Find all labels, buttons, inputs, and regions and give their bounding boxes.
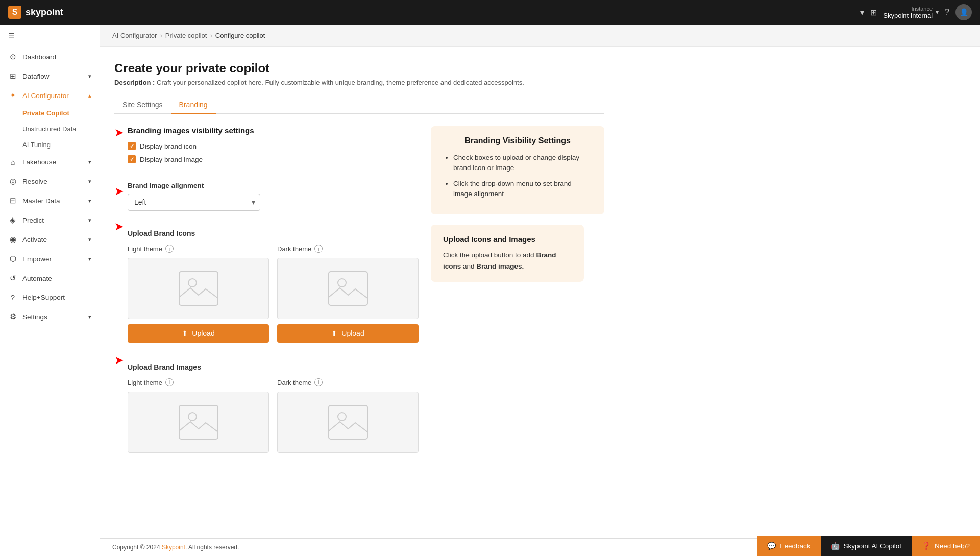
copilot-icon: 🤖 [831, 542, 840, 550]
sidebar-item-label: Empower [22, 255, 52, 263]
ai-copilot-button[interactable]: 🤖 Skypoint AI Copilot [821, 536, 912, 556]
sidebar-item-lakehouse[interactable]: ⌂ Lakehouse ▾ [0, 153, 100, 172]
info-box-upload: Upload Icons and Images Click the upload… [431, 225, 584, 282]
company-link[interactable]: Skypoint. [162, 544, 187, 551]
page-content: Create your private copilot Description … [100, 47, 980, 538]
topbar-grid-icon[interactable]: ⊞ [870, 8, 877, 17]
sidebar-item-ai-configurator[interactable]: ✦ AI Configurator ▴ [0, 86, 100, 105]
need-help-button[interactable]: ❓ Need help? [912, 536, 980, 556]
sub-item-label: AI Tuning [22, 141, 51, 149]
sidebar-item-predict[interactable]: ◈ Predict ▾ [0, 210, 100, 230]
sidebar-item-unstructured-data[interactable]: Unstructured Data [0, 121, 100, 137]
chevron-up-icon: ▴ [88, 92, 91, 99]
upload-dark-icon-btn[interactable]: ⬆ Upload [277, 324, 419, 343]
alignment-select[interactable]: Left Center Right [128, 194, 260, 211]
upload-dark-image: Dark theme i [277, 378, 419, 458]
dark-image-info-icon[interactable]: i [314, 378, 323, 386]
hamburger-menu[interactable]: ☰ [0, 25, 100, 47]
alignment-dropdown[interactable]: Left Center Right ▾ [128, 194, 260, 211]
light-theme-image-label: Light theme i [128, 378, 269, 386]
light-theme-info-icon[interactable]: i [165, 245, 174, 253]
arrow-upload-images: ➤ [114, 354, 124, 367]
topbar-dropdown-icon[interactable]: ▾ [860, 8, 864, 17]
empower-icon: ⬡ [8, 254, 17, 263]
upload-images-section: ➤ Upload Brand Images Light theme i [114, 353, 419, 458]
checkbox-brand-image-label: Display brand image [140, 156, 203, 163]
page-tabs: Site Settings Branding [114, 96, 604, 114]
checkbox-brand-icon-label: Display brand icon [140, 142, 197, 150]
info-box-visibility: Branding Visibility Settings Check boxes… [431, 126, 604, 214]
sidebar-item-private-copilot[interactable]: Private Copilot [0, 105, 100, 121]
sidebar-item-automate[interactable]: ↺ Automate [0, 269, 100, 288]
sidebar-item-label: Lakehouse [22, 158, 56, 166]
desc-text: Craft your personalized copilot here. Fu… [157, 79, 524, 86]
dashboard-icon: ⊙ [8, 52, 17, 61]
sidebar-item-label: Master Data [22, 197, 60, 205]
page-title: Create your private copilot [114, 61, 604, 76]
svg-rect-2 [329, 272, 368, 305]
feedback-icon: 💬 [767, 542, 776, 550]
user-avatar[interactable]: 👤 [955, 4, 972, 20]
checkbox-brand-image[interactable] [128, 155, 136, 163]
upload-icons-section: ➤ Upload Brand Icons Light theme i [114, 219, 419, 343]
dark-image-placeholder [328, 404, 369, 440]
sidebar-item-label: Dashboard [22, 53, 56, 61]
breadcrumb-private-copilot[interactable]: Private copilot [165, 32, 207, 39]
upload-light-image: Light theme i [128, 378, 269, 458]
upload-icon: ⬆ [331, 329, 337, 337]
sidebar-item-activate[interactable]: ◉ Activate ▾ [0, 230, 100, 249]
instance-name: Skypoint Internal [883, 12, 933, 19]
help-icon[interactable]: ? [945, 8, 949, 17]
upload-icon: ⬆ [182, 329, 188, 337]
sidebar-item-dashboard[interactable]: ⊙ Dashboard [0, 47, 100, 66]
resolve-icon: ◎ [8, 177, 17, 186]
branding-content: ➤ Branding images visibility settings Di… [114, 126, 604, 458]
sidebar-item-ai-tuning[interactable]: AI Tuning [0, 137, 100, 153]
app-logo: S skypoint [8, 6, 63, 19]
upload-light-icon-btn[interactable]: ⬆ Upload [128, 324, 269, 343]
upload-dark-icon: Dark theme i [277, 245, 419, 343]
breadcrumb-sep1: › [160, 32, 162, 39]
sidebar-item-master-data[interactable]: ⊟ Master Data ▾ [0, 191, 100, 210]
main-layout: ☰ ⊙ Dashboard ⊞ Dataflow ▾ ✦ AI Configur… [0, 25, 980, 556]
upload-icons-themes: Light theme i [128, 245, 419, 343]
logo-name: skypoint [26, 7, 63, 18]
svg-point-3 [338, 279, 346, 287]
sidebar-item-settings[interactable]: ⚙ Settings ▾ [0, 307, 100, 326]
upload-icons-title: Upload Brand Icons [128, 229, 419, 237]
visibility-title: Branding images visibility settings [128, 126, 254, 135]
breadcrumb-ai-configurator[interactable]: AI Configurator [112, 32, 157, 39]
info-box-visibility-title: Branding Visibility Settings [443, 136, 592, 146]
tab-site-settings[interactable]: Site Settings [114, 96, 171, 114]
upload-light-icon: Light theme i [128, 245, 269, 343]
sidebar-item-help-support[interactable]: ? Help+Support [0, 288, 100, 307]
dataflow-icon: ⊞ [8, 71, 17, 81]
upload-icons-inner: Upload Brand Icons Light theme i [128, 219, 419, 343]
info-column: Branding Visibility Settings Check boxes… [431, 126, 604, 282]
instance-chevron[interactable]: ▾ [936, 9, 939, 16]
sidebar-item-empower[interactable]: ⬡ Empower ▾ [0, 249, 100, 269]
dark-theme-info-icon[interactable]: i [314, 245, 323, 253]
chevron-down-icon: ▾ [88, 256, 91, 262]
feedback-button[interactable]: 💬 Feedback [757, 536, 820, 556]
sidebar-item-label: Predict [22, 216, 44, 224]
sidebar-item-dataflow[interactable]: ⊞ Dataflow ▾ [0, 66, 100, 86]
checkbox-brand-icon[interactable] [128, 142, 136, 150]
svg-point-1 [188, 279, 197, 287]
svg-rect-6 [329, 405, 368, 439]
sidebar-item-label: AI Configurator [22, 92, 69, 100]
chevron-down-icon: ▾ [88, 73, 91, 80]
feedback-label: Feedback [780, 542, 810, 550]
tab-branding[interactable]: Branding [171, 96, 216, 114]
sidebar-item-resolve[interactable]: ◎ Resolve ▾ [0, 172, 100, 191]
master-data-icon: ⊟ [8, 196, 17, 205]
sidebar-item-label: Resolve [22, 178, 47, 185]
main-content: AI Configurator › Private copilot › Conf… [100, 25, 980, 556]
light-image-info-icon[interactable]: i [165, 378, 174, 386]
rights-text: All rights reserved. [188, 544, 239, 551]
svg-point-5 [188, 413, 197, 421]
light-icon-upload-box [128, 258, 269, 319]
alignment-section: ➤ Brand image alignment Left Center Righ… [114, 174, 419, 211]
instance-info: Instance Skypoint Internal ▾ [883, 6, 939, 19]
desc-label: Description : [114, 79, 155, 86]
